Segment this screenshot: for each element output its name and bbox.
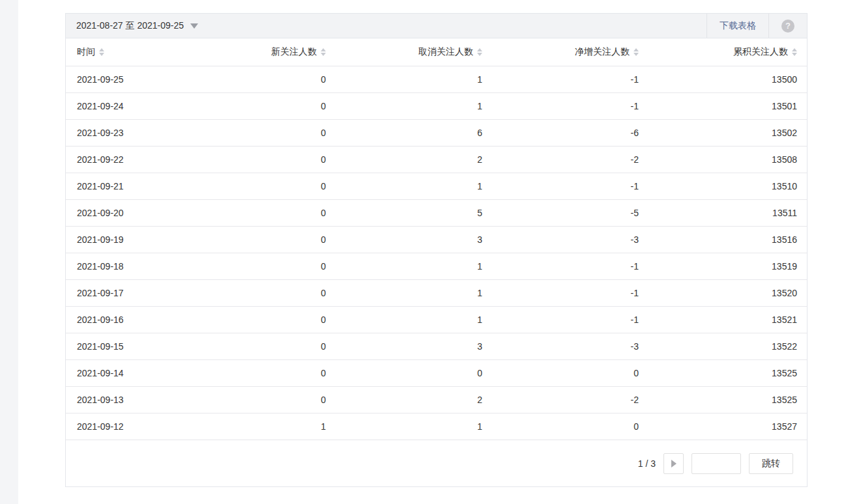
cell-value: 13510 — [639, 173, 807, 199]
column-header-label: 累积关注人数 — [733, 46, 788, 58]
cell-date: 2021-09-19 — [66, 226, 169, 253]
table-row: 2021-09-1601-113521 — [66, 306, 807, 333]
table-row: 2021-09-1903-313516 — [66, 226, 807, 253]
cell-value: 0 — [169, 386, 326, 413]
cell-value: 13516 — [639, 226, 807, 253]
sort-icon — [633, 48, 639, 56]
cell-date: 2021-09-14 — [66, 359, 169, 386]
cell-value: 13527 — [639, 413, 807, 440]
cell-date: 2021-09-16 — [66, 306, 169, 333]
cell-date: 2021-09-24 — [66, 92, 169, 119]
cell-value: 0 — [482, 413, 639, 440]
cell-value: 13522 — [639, 333, 807, 359]
table-row: 2021-09-1400013525 — [66, 359, 807, 386]
column-header-new-followers[interactable]: 新关注人数 — [169, 38, 326, 66]
cell-date: 2021-09-18 — [66, 253, 169, 279]
page-left-gutter — [0, 0, 18, 504]
sort-icon — [321, 48, 326, 56]
date-range-label: 2021-08-27 至 2021-09-25 — [76, 20, 184, 32]
cell-value: 3 — [326, 333, 482, 359]
help-button[interactable]: ? — [768, 14, 807, 38]
column-header-label: 时间 — [77, 46, 95, 58]
cell-value: 1 — [326, 66, 482, 92]
column-header-time[interactable]: 时间 — [66, 38, 169, 66]
cell-value: -5 — [482, 199, 639, 226]
table-footer: 1 / 3 跳转 — [66, 440, 807, 488]
column-header-label: 净增关注人数 — [575, 46, 630, 58]
page-jump-input[interactable] — [691, 453, 741, 474]
table-row: 2021-09-2401-113501 — [66, 92, 807, 119]
dropdown-caret-icon — [190, 23, 198, 29]
table-row: 2021-09-1302-213525 — [66, 386, 807, 413]
download-table-button[interactable]: 下载表格 — [706, 14, 768, 38]
next-page-icon — [671, 460, 677, 468]
page-indicator: 1 / 3 — [638, 458, 656, 469]
cell-value: 1 — [326, 279, 482, 306]
cell-value: 13502 — [639, 119, 807, 146]
cell-value: -1 — [482, 173, 639, 199]
table-row: 2021-09-1801-113519 — [66, 253, 807, 279]
cell-value: 13521 — [639, 306, 807, 333]
cell-value: 0 — [169, 306, 326, 333]
cell-value: 13519 — [639, 253, 807, 279]
next-page-button[interactable] — [663, 453, 684, 474]
cell-value: 0 — [326, 359, 482, 386]
help-icon: ? — [781, 20, 794, 33]
table-row: 2021-09-1503-313522 — [66, 333, 807, 359]
sort-icon — [99, 48, 104, 56]
cell-value: 13520 — [639, 279, 807, 306]
table-row: 2021-09-1701-113520 — [66, 279, 807, 306]
cell-date: 2021-09-23 — [66, 119, 169, 146]
table-toolbar: 2021-08-27 至 2021-09-25 下载表格 ? — [66, 14, 807, 38]
cell-value: -1 — [482, 306, 639, 333]
followers-stats-card: 2021-08-27 至 2021-09-25 下载表格 ? 时间 — [65, 13, 808, 487]
column-header-label: 取消关注人数 — [418, 46, 473, 58]
cell-value: 6 — [326, 119, 482, 146]
cell-value: 13501 — [639, 92, 807, 119]
download-table-label: 下载表格 — [720, 20, 756, 32]
table-row: 2021-09-2101-113510 — [66, 173, 807, 199]
table-row: 2021-09-2306-613502 — [66, 119, 807, 146]
cell-value: 0 — [169, 359, 326, 386]
cell-value: 1 — [326, 173, 482, 199]
cell-value: -1 — [482, 279, 639, 306]
cell-value: 1 — [326, 413, 482, 440]
column-header-unfollows[interactable]: 取消关注人数 — [326, 38, 482, 66]
cell-value: 1 — [169, 413, 326, 440]
sort-icon — [477, 48, 482, 56]
cell-value: 13525 — [639, 386, 807, 413]
sort-icon — [792, 48, 797, 56]
table-row: 2021-09-2501-113500 — [66, 66, 807, 92]
cell-value: 0 — [169, 92, 326, 119]
table-row: 2021-09-1211013527 — [66, 413, 807, 440]
cell-value: 5 — [326, 199, 482, 226]
date-range-selector[interactable]: 2021-08-27 至 2021-09-25 — [66, 14, 706, 38]
cell-date: 2021-09-20 — [66, 199, 169, 226]
cell-value: -1 — [482, 253, 639, 279]
column-header-net-increase[interactable]: 净增关注人数 — [482, 38, 639, 66]
cell-value: 0 — [169, 333, 326, 359]
cell-value: 0 — [169, 226, 326, 253]
cell-value: 13500 — [639, 66, 807, 92]
cell-value: 0 — [169, 199, 326, 226]
cell-date: 2021-09-21 — [66, 173, 169, 199]
cell-date: 2021-09-22 — [66, 146, 169, 173]
cell-value: -1 — [482, 92, 639, 119]
cell-date: 2021-09-12 — [66, 413, 169, 440]
cell-value: 2 — [326, 146, 482, 173]
cell-date: 2021-09-15 — [66, 333, 169, 359]
cell-value: 0 — [169, 66, 326, 92]
table-header-row: 时间 新关注人数 取消关注人数 — [66, 38, 807, 66]
column-header-cumulative-followers[interactable]: 累积关注人数 — [639, 38, 807, 66]
followers-table: 时间 新关注人数 取消关注人数 — [66, 38, 807, 440]
cell-value: -6 — [482, 119, 639, 146]
cell-value: 1 — [326, 253, 482, 279]
table-row: 2021-09-2202-213508 — [66, 146, 807, 173]
column-header-label: 新关注人数 — [271, 46, 317, 58]
table-row: 2021-09-2005-513511 — [66, 199, 807, 226]
cell-value: -1 — [482, 66, 639, 92]
cell-value: 0 — [482, 359, 639, 386]
cell-value: 0 — [169, 279, 326, 306]
cell-value: -2 — [482, 386, 639, 413]
jump-button[interactable]: 跳转 — [749, 453, 793, 474]
